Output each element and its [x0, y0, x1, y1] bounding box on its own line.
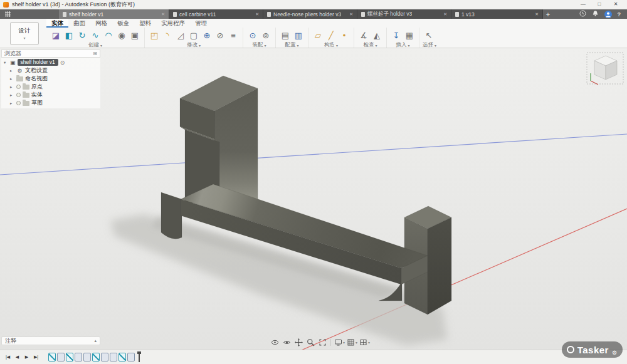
timeline-sketch-feature[interactable]	[92, 353, 100, 361]
insert-derive-icon[interactable]: ↧	[390, 29, 403, 41]
combine-icon[interactable]: ⊕	[201, 29, 213, 41]
notifications-bell-icon[interactable]	[592, 10, 599, 18]
expand-triangle-icon[interactable]: ▾	[4, 60, 8, 65]
step-back-icon[interactable]: ◀	[13, 355, 22, 360]
document-tab-1v13[interactable]: 1 v13 ✕	[451, 9, 543, 19]
timeline-feature[interactable]	[127, 353, 135, 361]
tab-sheet-metal[interactable]: 钣金	[112, 19, 134, 28]
job-status-clock-icon[interactable]	[579, 10, 586, 18]
dock-panel-icon[interactable]: ⊞	[93, 51, 97, 56]
fit-icon[interactable]	[317, 338, 327, 347]
grid-settings-button[interactable]: ▾	[347, 338, 357, 346]
joint-icon[interactable]: ⊚	[260, 29, 272, 41]
offset-face-icon[interactable]: ≡	[227, 29, 240, 41]
measure-icon[interactable]: ∡	[357, 29, 370, 41]
tab-surface[interactable]: 曲面	[68, 19, 90, 28]
browser-item-origin[interactable]: ▸ 原点	[1, 83, 100, 91]
expand-triangle-icon[interactable]: ▸	[10, 85, 14, 90]
timeline-feature[interactable]	[57, 353, 65, 361]
extrude-icon[interactable]: ◧	[63, 29, 75, 41]
browser-item-bodies[interactable]: ▸ 实体	[1, 91, 100, 99]
browser-item-document-settings[interactable]: ▸ ⚙ 文档设置	[1, 66, 100, 75]
shell-icon[interactable]: ▢	[187, 29, 200, 41]
play-icon[interactable]: ▶	[22, 355, 31, 360]
document-tab-screwdriver-holder[interactable]: 螺丝起子 holder v3 ✕	[357, 9, 451, 19]
revolve-icon[interactable]: ↻	[76, 29, 88, 41]
press-pull-icon[interactable]: ◰	[148, 29, 161, 41]
tab-mesh[interactable]: 网格	[90, 19, 112, 28]
offset-plane-icon[interactable]: ▱	[312, 29, 324, 41]
browser-panel-header[interactable]: 浏览器 ⊞	[1, 49, 100, 58]
timeline-sketch-feature[interactable]	[119, 353, 126, 361]
tab-solid[interactable]: 实体	[46, 19, 68, 28]
construction-axis-icon[interactable]: ╱	[325, 29, 337, 41]
construction-point-icon[interactable]: •	[338, 29, 350, 41]
split-body-icon[interactable]: ⊘	[214, 29, 226, 41]
browser-item-named-views[interactable]: ▸ 命名视图	[1, 75, 100, 83]
tab-close-icon[interactable]: ✕	[253, 12, 259, 17]
viewports-button[interactable]: ▾	[359, 338, 370, 346]
maximize-button[interactable]: □	[591, 0, 608, 9]
expand-triangle-icon[interactable]: ▸	[10, 101, 14, 106]
document-tab-cell-carbine[interactable]: cell carbine v11 ✕	[169, 9, 263, 19]
expand-triangle-icon[interactable]: ▸	[10, 93, 14, 98]
configure-icon[interactable]: ▤	[279, 29, 292, 41]
document-tab-pliers-holder[interactable]: Needle-nose pliers holder v3 ✕	[263, 9, 357, 19]
primitive-box-icon[interactable]: ▣	[129, 29, 141, 41]
new-component-icon[interactable]: ⊙	[246, 29, 259, 41]
tab-close-icon[interactable]: ✕	[347, 12, 353, 17]
tab-close-icon[interactable]: ✕	[159, 12, 165, 17]
create-sketch-icon[interactable]: ◪	[50, 29, 62, 41]
hole-icon[interactable]: ◉	[115, 29, 128, 41]
browser-item-sketches[interactable]: ▸ 草图	[1, 99, 100, 107]
insert-mesh-icon[interactable]: ▦	[403, 29, 416, 41]
close-button[interactable]: ✕	[608, 0, 624, 9]
fillet-icon[interactable]: ◝	[161, 29, 174, 41]
tab-manage[interactable]: 管理	[190, 19, 212, 28]
expand-triangle-icon[interactable]: ▸	[10, 76, 14, 81]
user-avatar[interactable]	[604, 11, 612, 18]
pan-icon[interactable]	[293, 338, 303, 347]
display-settings-button[interactable]: ▾	[334, 338, 345, 346]
configuration-table-icon[interactable]: ▥	[292, 29, 305, 41]
tab-close-icon[interactable]: ✕	[532, 12, 539, 17]
model-left-plate-lower-face[interactable]	[161, 192, 182, 239]
zoom-icon[interactable]	[305, 338, 315, 347]
activate-component-icon[interactable]: ⊙	[60, 60, 65, 66]
document-tab-shelf-holder[interactable]: shelf holder v1 ✕	[59, 9, 169, 19]
timeline-feature[interactable]	[83, 353, 91, 361]
minimize-button[interactable]: —	[575, 0, 591, 9]
tab-close-icon[interactable]: ✕	[441, 12, 447, 17]
view-cube[interactable]	[587, 53, 623, 85]
tab-utilities[interactable]: 实用程序	[156, 19, 190, 28]
go-to-start-icon[interactable]: |◀	[3, 355, 13, 360]
section-analysis-icon[interactable]: ◭	[371, 29, 383, 41]
sweep-icon[interactable]: ∿	[89, 29, 102, 41]
data-panel-toggle[interactable]	[0, 9, 15, 19]
timeline-sketch-feature[interactable]	[66, 353, 73, 361]
timeline-sketch-feature[interactable]	[48, 353, 56, 361]
help-icon[interactable]: ?	[618, 11, 621, 18]
root-component-name[interactable]: shelf holder v1	[18, 59, 58, 66]
chamfer-icon[interactable]: ◿	[174, 29, 187, 41]
loft-icon[interactable]: ◠	[102, 29, 115, 41]
timeline-feature[interactable]	[101, 353, 108, 361]
expand-comments-icon[interactable]: ▴	[94, 338, 97, 343]
select-icon[interactable]: ↖	[423, 29, 435, 41]
timeline-feature[interactable]	[110, 353, 117, 361]
new-document-button[interactable]: +	[543, 9, 553, 19]
look-at-icon[interactable]	[282, 338, 292, 347]
visibility-bulb-icon[interactable]	[16, 85, 21, 89]
visibility-bulb-icon[interactable]	[16, 101, 21, 105]
browser-root-row[interactable]: ▾ ▣ shelf holder v1 ⊙	[1, 58, 100, 66]
model-right-plate-side-face[interactable]	[428, 217, 451, 315]
expand-triangle-icon[interactable]: ▸	[10, 68, 14, 73]
workspace-selector[interactable]: 设计 ▾	[10, 22, 39, 45]
comments-bar[interactable]: 注释 ▴	[1, 336, 100, 345]
tab-plastic[interactable]: 塑料	[134, 19, 156, 28]
go-to-end-icon[interactable]: ▶|	[31, 355, 41, 360]
timeline-feature[interactable]	[75, 353, 82, 361]
orbit-icon[interactable]	[270, 338, 280, 347]
timeline-position-marker[interactable]	[139, 352, 140, 362]
visibility-bulb-icon[interactable]	[16, 93, 21, 97]
